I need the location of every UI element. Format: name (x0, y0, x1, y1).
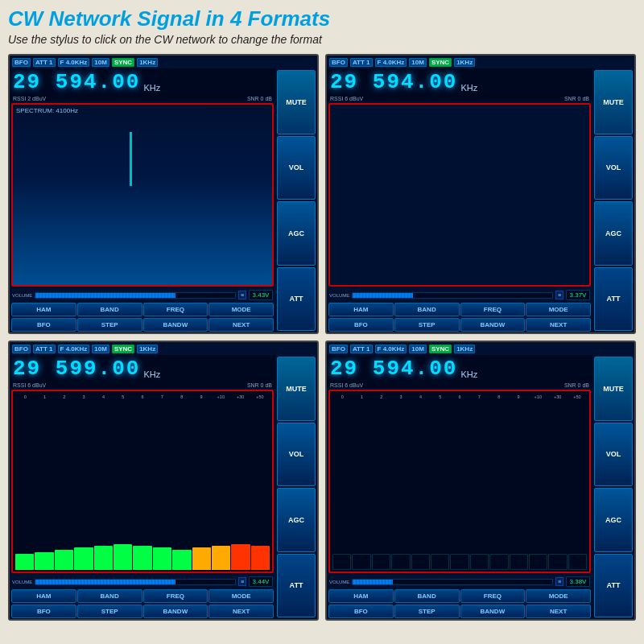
status-tag-0: BFO (329, 58, 348, 67)
status-tag-0: BFO (12, 345, 31, 353)
side-btn-att[interactable]: ATT (594, 554, 633, 618)
freq-digits: 29 599.00 (13, 357, 140, 381)
voltage-value: 3.44V (249, 576, 273, 587)
status-tag-0: BFO (329, 345, 348, 353)
side-btn-mute[interactable]: MUTE (277, 357, 316, 421)
side-btn-agc[interactable]: AGC (594, 201, 633, 266)
side-btn-mute[interactable]: MUTE (594, 357, 633, 421)
spectrum-display: SPECTRUM: 4100Hz (13, 105, 272, 285)
volume-bar-bg (35, 292, 236, 299)
btn-step[interactable]: STEP (394, 605, 460, 618)
button-row-1: HAMBANDFREQMODE (10, 302, 275, 317)
btn-next[interactable]: NEXT (526, 318, 591, 332)
rssi-value: RSSI 6 dBuV (330, 382, 363, 388)
volume-label: VOLUME (12, 580, 32, 584)
volume-bar-fill (35, 580, 175, 584)
btn-freq[interactable]: FREQ (460, 303, 526, 316)
status-tag-5: 1KHz (454, 58, 475, 67)
btn-bfo[interactable]: BFO (328, 318, 394, 332)
btn-bandw[interactable]: BANDW (460, 318, 526, 332)
smeter-bar-7 (153, 547, 171, 570)
freq-unit: KHz (460, 369, 477, 379)
btn-step[interactable]: STEP (394, 318, 460, 332)
btn-bfo[interactable]: BFO (328, 605, 394, 618)
scale-label-1: 1 (352, 394, 371, 399)
smeter-bar-6 (133, 546, 151, 570)
scale-label-7: 7 (469, 394, 489, 399)
smeter-bar-11 (231, 544, 250, 570)
side-btn-mute[interactable]: MUTE (594, 70, 633, 134)
freq-unit: KHz (143, 369, 160, 379)
btn-mode[interactable]: MODE (208, 303, 274, 316)
side-btn-vol[interactable]: VOL (594, 136, 633, 200)
page-title: CW Network Signal in 4 Formats (8, 6, 636, 31)
left-panel: 29 594.00 KHz RSSI 6 dBuV SNR 0 dB 01234… (327, 355, 592, 619)
btn-bfo[interactable]: BFO (11, 605, 76, 618)
side-btn-agc[interactable]: AGC (277, 488, 316, 552)
side-btn-vol[interactable]: VOL (594, 423, 633, 487)
btn-ham[interactable]: HAM (328, 303, 394, 316)
status-tag-3: 10M (409, 58, 427, 67)
btn-ham[interactable]: HAM (328, 589, 394, 603)
btn-mode[interactable]: MODE (526, 589, 591, 603)
btn-ham[interactable]: HAM (11, 303, 76, 316)
side-btn-agc[interactable]: AGC (277, 201, 316, 266)
scale-label-6: 6 (133, 394, 152, 399)
side-btn-att[interactable]: ATT (277, 554, 316, 618)
btn-bfo[interactable]: BFO (11, 318, 76, 332)
volume-bar-bg (352, 579, 553, 585)
scale-label-10: +10 (528, 394, 547, 399)
smeter-bar-5 (114, 544, 132, 570)
volume-icon: ≡ (555, 577, 564, 586)
smeter-bar-12 (251, 546, 270, 570)
right-panel: MUTEVOLAGCATT (592, 355, 634, 619)
btn-next[interactable]: NEXT (526, 605, 591, 618)
scale-label-6: 6 (450, 394, 469, 399)
button-row-2: BFOSTEPBANDWNEXT (327, 317, 592, 332)
btn-mode[interactable]: MODE (208, 589, 274, 603)
btn-step[interactable]: STEP (77, 605, 142, 618)
side-btn-att[interactable]: ATT (277, 267, 316, 332)
btn-step[interactable]: STEP (77, 318, 142, 332)
side-btn-mute[interactable]: MUTE (277, 70, 316, 134)
right-panel: MUTEVOLAGCATT (592, 68, 634, 332)
volume-row: VOLUME ≡ 3.38V (327, 575, 592, 588)
button-row-1: HAMBANDFREQMODE (327, 588, 592, 604)
side-btn-vol[interactable]: VOL (277, 423, 316, 487)
status-tag-1: ATT 1 (350, 345, 373, 353)
btn-mode[interactable]: MODE (526, 303, 591, 316)
btn-freq[interactable]: FREQ (143, 303, 208, 316)
signal-bar: RSSI 6 dBuV SNR 0 dB (327, 382, 592, 388)
scale-label-11: +30 (547, 394, 567, 399)
btn-band[interactable]: BAND (394, 589, 460, 603)
freq-digits: 29 594.00 (13, 70, 140, 94)
btn-freq[interactable]: FREQ (460, 589, 526, 603)
snr-value: SNR 0 dB (247, 96, 272, 101)
btn-bandw[interactable]: BANDW (460, 605, 526, 618)
btn-ham[interactable]: HAM (11, 589, 76, 603)
side-btn-vol[interactable]: VOL (277, 136, 316, 200)
btn-band[interactable]: BAND (394, 303, 460, 316)
page-subtitle: Use the stylus to click on the CW networ… (8, 33, 636, 46)
side-btn-att[interactable]: ATT (594, 267, 633, 332)
btn-band[interactable]: BAND (77, 589, 142, 603)
volume-bar-fill (353, 293, 412, 298)
scale-label-3: 3 (74, 394, 93, 399)
btn-freq[interactable]: FREQ (143, 589, 208, 603)
freq-unit: KHz (143, 83, 160, 93)
content-area: 0123456789+10+30+50 (328, 390, 591, 573)
btn-band[interactable]: BAND (77, 303, 142, 316)
volume-label: VOLUME (12, 293, 32, 298)
scale-label-12: +50 (568, 394, 587, 399)
btn-next[interactable]: NEXT (208, 605, 274, 618)
btn-bandw[interactable]: BANDW (143, 318, 208, 332)
smeter-bar-1 (35, 552, 53, 570)
status-tag-4: SYNC (112, 58, 134, 67)
spectrum-peak (130, 132, 132, 186)
volume-bar-bg (352, 292, 553, 299)
voltage-value: 3.43V (249, 290, 273, 300)
btn-bandw[interactable]: BANDW (143, 605, 208, 618)
content-area: SPECTRUM: 4100Hz (11, 103, 274, 287)
btn-next[interactable]: NEXT (208, 318, 274, 332)
side-btn-agc[interactable]: AGC (594, 488, 633, 552)
